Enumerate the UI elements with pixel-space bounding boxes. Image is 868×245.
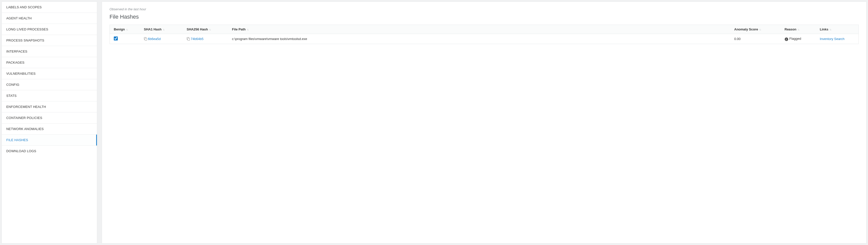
copy-icon[interactable]	[144, 37, 147, 40]
column-header-links-label: Links	[820, 27, 829, 31]
column-header-sha1[interactable]: SHA1 Hash↑↓	[140, 25, 183, 34]
info-icon[interactable]: i	[785, 37, 788, 41]
sidebar-item-download-logs[interactable]: DOWNLOAD LOGS	[2, 146, 97, 156]
main-content: Observed in the last hour File Hashes Be…	[102, 1, 867, 244]
sidebar-item-labels-and-scopes[interactable]: LABELS AND SCOPES	[2, 2, 97, 13]
column-header-benign[interactable]: Benign↑↓	[110, 25, 140, 34]
column-header-sha256-label: SHA256 Hash	[187, 27, 208, 31]
file-hashes-table: Benign↑↓ SHA1 Hash↑↓ SHA256 Hash↑↓ File …	[110, 25, 859, 44]
column-header-links[interactable]: Links↑↓	[816, 25, 859, 34]
file-path-cell: c:\program files\vmware\vmware tools\vmt…	[228, 34, 730, 44]
sidebar-item-long-lived-processes[interactable]: LONG LIVED PROCESSES	[2, 24, 97, 35]
benign-checkbox[interactable]	[114, 36, 118, 40]
column-header-reason[interactable]: Reason↑↓	[781, 25, 816, 34]
page-title: File Hashes	[110, 13, 859, 20]
sidebar-item-vulnerabilities[interactable]: VULNERABILITIES	[2, 68, 97, 79]
sidebar-item-agent-health[interactable]: AGENT HEALTH	[2, 13, 97, 24]
sort-icon: ↑↓	[759, 28, 761, 31]
column-header-anomaly-score[interactable]: Anomaly Score↑↓	[730, 25, 781, 34]
sidebar-item-interfaces[interactable]: INTERFACES	[2, 46, 97, 57]
sidebar-item-file-hashes[interactable]: FILE HASHES	[2, 135, 97, 146]
observed-note: Observed in the last hour	[110, 7, 859, 11]
sort-icon: ↑↓	[209, 28, 211, 31]
sidebar: LABELS AND SCOPESAGENT HEALTHLONG LIVED …	[1, 1, 97, 244]
column-header-file-path-label: File Path	[232, 27, 246, 31]
column-header-file-path[interactable]: File Path↑↓	[228, 25, 730, 34]
sidebar-item-container-policies[interactable]: CONTAINER POLICIES	[2, 112, 97, 124]
column-header-benign-label: Benign	[114, 27, 125, 31]
sidebar-item-process-snapshots[interactable]: PROCESS SNAPSHOTS	[2, 35, 97, 46]
sha256-hash-link[interactable]: 74b64b5	[191, 37, 204, 41]
sidebar-item-config[interactable]: CONFIG	[2, 79, 97, 90]
sidebar-item-network-anomalies[interactable]: NETWORK ANOMALIES	[2, 124, 97, 135]
sidebar-item-stats[interactable]: STATS	[2, 90, 97, 101]
sha1-hash-link[interactable]: 6b6ea5d	[148, 37, 161, 41]
inventory-search-link[interactable]: Inventory Search	[820, 37, 845, 41]
sort-icon: ↑↓	[163, 28, 164, 31]
anomaly-score-cell: 0.00	[730, 34, 781, 44]
column-header-sha1-label: SHA1 Hash	[144, 27, 162, 31]
sort-icon: ↑↓	[247, 28, 248, 31]
table-row: 6b6ea5d74b64b5c:\program files\vmware\vm…	[110, 34, 859, 44]
sort-icon: ↑↓	[797, 28, 799, 31]
sidebar-item-packages[interactable]: PACKAGES	[2, 57, 97, 68]
sort-icon: ↑↓	[126, 28, 128, 31]
sidebar-item-enforcement-health[interactable]: ENFORCEMENT HEALTH	[2, 101, 97, 112]
reason-label: Flagged	[789, 37, 801, 40]
column-header-sha256[interactable]: SHA256 Hash↑↓	[183, 25, 228, 34]
column-header-reason-label: Reason	[785, 27, 797, 31]
sort-icon: ↑↓	[829, 28, 831, 31]
column-header-anomaly-score-label: Anomaly Score	[734, 27, 758, 31]
copy-icon[interactable]	[187, 37, 190, 40]
